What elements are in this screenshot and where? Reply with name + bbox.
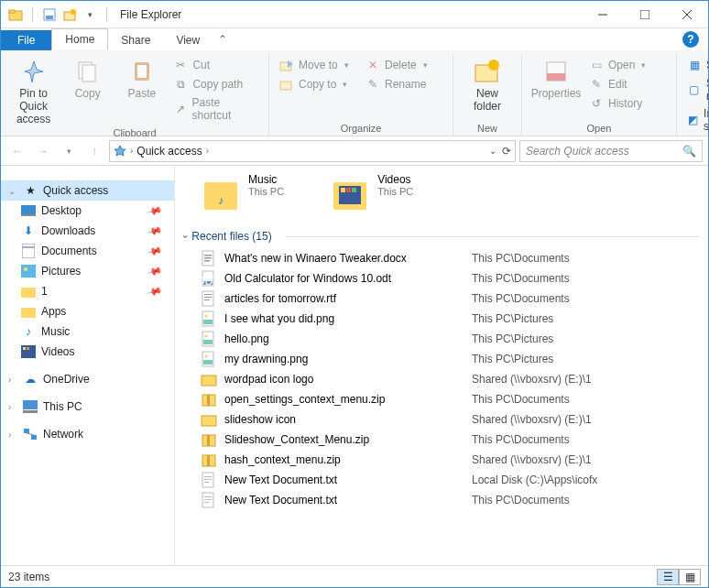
invert-selection-button[interactable]: ◩Invert selection bbox=[684, 106, 709, 134]
paste-shortcut-button[interactable]: ↗Paste shortcut bbox=[170, 95, 261, 123]
folder-tiles: ♪MusicThis PCVideosThis PC bbox=[201, 173, 699, 213]
sidebar-quick-access[interactable]: ⌄★Quick access bbox=[1, 180, 174, 201]
select-all-button[interactable]: ▦Select all bbox=[684, 57, 709, 73]
folder-tile[interactable]: VideosThis PC bbox=[330, 173, 413, 213]
edit-button[interactable]: ✎Edit bbox=[586, 76, 669, 93]
file-path: Local Disk (C:)\Apps\icofx bbox=[472, 474, 597, 486]
details-view-button[interactable]: ☰ bbox=[657, 569, 679, 585]
file-path: This PC\Pictures bbox=[472, 312, 553, 325]
search-icon[interactable]: 🔍 bbox=[682, 145, 696, 158]
copy-path-button[interactable]: ⧉Copy path bbox=[170, 76, 261, 93]
sidebar-thispc[interactable]: ›This PC bbox=[1, 397, 174, 417]
sidebar-network[interactable]: ›Network bbox=[1, 424, 174, 444]
help-icon[interactable]: ? bbox=[682, 31, 699, 48]
folder-tile[interactable]: ♪MusicThis PC bbox=[201, 173, 284, 213]
sidebar-music[interactable]: ♪Music bbox=[1, 321, 174, 342]
file-name: What's new in Winaero Tweaker.docx bbox=[224, 252, 472, 265]
file-row[interactable]: articles for tomorrow.rtfThis PC\Documen… bbox=[201, 289, 699, 309]
svg-rect-55 bbox=[203, 320, 213, 324]
svg-rect-78 bbox=[204, 502, 209, 503]
properties-button[interactable]: Properties bbox=[529, 55, 583, 101]
svg-rect-68 bbox=[207, 435, 210, 446]
file-row[interactable]: hash_context_menu.zipShared (\\vboxsrv) … bbox=[201, 450, 699, 470]
file-row[interactable]: wordpad icon logoShared (\\vboxsrv) (E:)… bbox=[201, 369, 699, 389]
qat-properties-icon[interactable] bbox=[42, 7, 57, 22]
copy-to-icon bbox=[279, 77, 294, 92]
svg-rect-51 bbox=[204, 294, 212, 295]
maximize-button[interactable] bbox=[624, 1, 666, 28]
sidebar-documents[interactable]: Documents📌 bbox=[1, 241, 174, 261]
file-path: This PC\Documents bbox=[472, 494, 570, 506]
star-icon: ★ bbox=[23, 183, 38, 198]
nav-up-button[interactable]: ↑ bbox=[83, 140, 105, 162]
address-dropdown-icon[interactable]: ⌄ bbox=[489, 146, 496, 156]
folder-icon bbox=[201, 411, 217, 428]
tab-share[interactable]: Share bbox=[108, 30, 163, 50]
titlebar: ▾ File Explorer bbox=[1, 1, 708, 28]
select-none-icon: ▢ bbox=[687, 82, 702, 97]
sidebar-videos[interactable]: Videos bbox=[1, 342, 174, 362]
file-path: This PC\Documents bbox=[472, 272, 570, 285]
rename-button[interactable]: ✎Rename bbox=[363, 76, 445, 93]
svg-rect-11 bbox=[82, 65, 95, 82]
paste-button[interactable]: Paste bbox=[116, 55, 167, 101]
nav-forward-button[interactable]: → bbox=[32, 140, 54, 162]
search-input[interactable]: Search Quick access 🔍 bbox=[519, 140, 703, 162]
svg-rect-53 bbox=[204, 299, 210, 300]
ribbon: Pin to Quick access Copy Paste ✂Cut ⧉Cop… bbox=[1, 50, 708, 136]
pin-quick-access-button[interactable]: Pin to Quick access bbox=[8, 55, 59, 125]
group-organize: Move to▾ Copy to▾ ✕Delete▾ ✎Rename Organ… bbox=[269, 53, 453, 136]
tab-view[interactable]: View bbox=[163, 30, 213, 50]
file-row[interactable]: open_settings_context_menu.zipThis PC\Do… bbox=[201, 389, 699, 409]
move-icon bbox=[279, 58, 294, 72]
delete-button[interactable]: ✕Delete▾ bbox=[363, 57, 445, 73]
qat-newfolder-icon[interactable] bbox=[62, 7, 77, 22]
collapse-ribbon-icon[interactable]: ⌃ bbox=[213, 33, 233, 46]
sidebar-desktop[interactable]: Desktop📌 bbox=[1, 201, 174, 221]
recent-files-header[interactable]: › Recent files (15) bbox=[184, 230, 699, 243]
sidebar-downloads[interactable]: ⬇Downloads📌 bbox=[1, 221, 174, 241]
select-none-button[interactable]: ▢Select none bbox=[684, 76, 709, 103]
nav-back-button[interactable]: ← bbox=[6, 140, 28, 162]
qat-customize-icon[interactable]: ▾ bbox=[82, 7, 97, 22]
svg-rect-76 bbox=[204, 496, 212, 497]
svg-rect-40 bbox=[341, 188, 345, 192]
sidebar-pictures[interactable]: Pictures📌 bbox=[1, 261, 174, 281]
copy-button[interactable]: Copy bbox=[62, 55, 113, 101]
thumbnails-view-button[interactable]: ▦ bbox=[679, 569, 701, 585]
cut-button[interactable]: ✂Cut bbox=[170, 57, 261, 73]
address-bar[interactable]: › Quick access › ⌄ ⟳ bbox=[109, 140, 516, 162]
open-button[interactable]: ▭Open▾ bbox=[586, 57, 669, 73]
sidebar-item-1[interactable]: 1📌 bbox=[1, 281, 174, 301]
svg-rect-30 bbox=[27, 347, 29, 350]
move-to-button[interactable]: Move to▾ bbox=[277, 57, 359, 73]
svg-rect-23 bbox=[22, 246, 35, 248]
sidebar-item-apps[interactable]: Apps bbox=[1, 301, 174, 321]
file-path: This PC\Documents bbox=[472, 433, 570, 446]
file-row[interactable]: New Text Document.txtLocal Disk (C:)\App… bbox=[201, 470, 699, 490]
file-row[interactable]: hello.pngThis PC\Pictures bbox=[201, 329, 699, 349]
minimize-button[interactable] bbox=[582, 1, 624, 28]
history-button[interactable]: ↺History bbox=[586, 95, 669, 112]
videos-folder-icon bbox=[330, 173, 370, 213]
close-button[interactable] bbox=[666, 1, 708, 28]
file-row[interactable]: New Text Document.txtThis PC\Documents bbox=[201, 490, 699, 510]
file-row[interactable]: ODTOld Calculator for Windows 10.odtThis… bbox=[201, 268, 699, 289]
svg-rect-70 bbox=[207, 455, 210, 466]
copy-to-button[interactable]: Copy to▾ bbox=[277, 76, 359, 93]
file-name: I see what you did.png bbox=[224, 312, 472, 325]
new-folder-button[interactable]: New folder bbox=[461, 55, 514, 114]
file-row[interactable]: my drawning.pngThis PC\Pictures bbox=[201, 349, 699, 369]
breadcrumb-quick-access[interactable]: Quick access bbox=[136, 145, 202, 158]
refresh-icon[interactable]: ⟳ bbox=[502, 145, 511, 158]
tab-file[interactable]: File bbox=[1, 30, 51, 50]
sidebar-onedrive[interactable]: ›☁OneDrive bbox=[1, 369, 174, 389]
file-row[interactable]: slideshow iconShared (\\vboxsrv) (E:)\1 bbox=[201, 409, 699, 430]
file-row[interactable]: I see what you did.pngThis PC\Pictures bbox=[201, 309, 699, 329]
file-row[interactable]: Slideshow_Context_Menu.zipThis PC\Docume… bbox=[201, 430, 699, 450]
nav-recent-button[interactable]: ▾ bbox=[58, 140, 80, 162]
tab-home[interactable]: Home bbox=[51, 28, 108, 50]
sidebar: ⌄★Quick access Desktop📌 ⬇Downloads📌 Docu… bbox=[1, 166, 175, 565]
svg-rect-44 bbox=[204, 255, 212, 256]
file-row[interactable]: What's new in Winaero Tweaker.docxThis P… bbox=[201, 248, 699, 268]
